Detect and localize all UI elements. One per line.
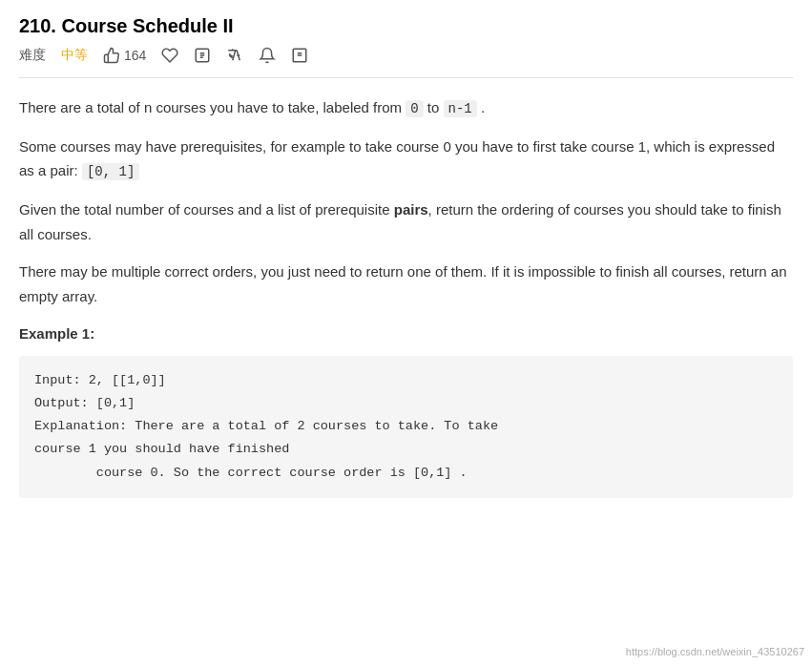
like-button[interactable]: 164 <box>103 47 146 64</box>
p1-code-n: n-1 <box>444 100 477 117</box>
p1-code-0: 0 <box>406 100 423 117</box>
example-title: Example 1: <box>19 322 793 346</box>
difficulty-label: 难度 <box>19 47 46 64</box>
paragraph-2: Some courses may have prerequisites, for… <box>19 135 793 184</box>
translate-icon <box>226 47 243 64</box>
watermark: https://blog.csdn.net/weixin_43510267 <box>626 646 804 657</box>
like-icon <box>103 47 120 64</box>
share-button[interactable] <box>194 47 211 64</box>
flag-icon <box>291 47 308 64</box>
bell-icon <box>259 47 276 64</box>
code-block: Input: 2, [[1,0]] Output: [0,1] Explanat… <box>19 356 793 498</box>
difficulty-value: 中等 <box>61 47 88 64</box>
page-title: 210. Course Schedule II <box>19 15 793 37</box>
paragraph-3: Given the total number of courses and a … <box>19 197 793 246</box>
heart-icon <box>161 47 178 64</box>
p2-code: [0, 1] <box>82 163 139 180</box>
bell-button[interactable] <box>259 47 276 64</box>
flag-button[interactable] <box>291 47 308 64</box>
like-count: 164 <box>124 48 146 63</box>
p1-text-to: to <box>424 99 444 115</box>
translate-button[interactable] <box>226 47 243 64</box>
p1-text-pre: There are a total of n courses you have … <box>19 99 406 115</box>
share-icon <box>194 47 211 64</box>
p1-text-post: . <box>477 99 485 115</box>
p3-bold: pairs <box>394 201 428 218</box>
problem-body: There are a total of n courses you have … <box>19 95 793 498</box>
divider <box>19 77 793 78</box>
heart-button[interactable] <box>161 47 178 64</box>
paragraph-4: There may be multiple correct orders, yo… <box>19 260 793 308</box>
paragraph-1: There are a total of n courses you have … <box>19 95 793 121</box>
p3-text-pre: Given the total number of courses and a … <box>19 201 394 218</box>
